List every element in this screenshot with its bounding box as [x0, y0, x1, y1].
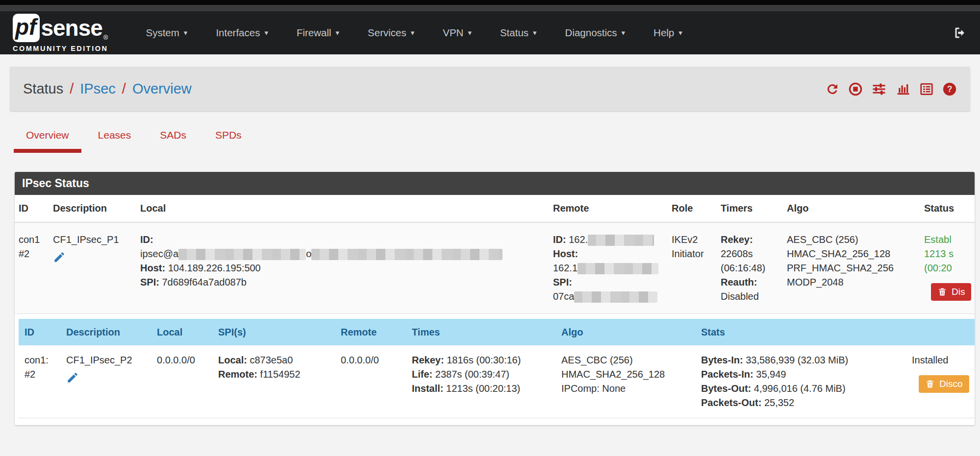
- col-description: Description: [60, 319, 151, 345]
- col-algo: Algo: [555, 319, 695, 345]
- breadcrumb-link-ipsec[interactable]: IPsec: [80, 81, 116, 97]
- col-remote: Remote: [549, 195, 668, 222]
- help-icon[interactable]: ?: [942, 82, 957, 96]
- col-timers: Timers: [717, 195, 783, 222]
- pfsense-logo[interactable]: pf sense ® COMMUNITY EDITION: [13, 14, 108, 52]
- ipsec-status-panel: IPsec Status ID Description Local Remote…: [15, 172, 975, 425]
- list-view-icon[interactable]: [919, 82, 934, 96]
- caret-down-icon: ▾: [678, 28, 682, 37]
- trash-icon: [937, 287, 947, 297]
- table-scroll-area[interactable]: ID Description Local Remote Role Timers …: [15, 195, 975, 425]
- col-spis: SPI(s): [212, 319, 335, 345]
- col-local: Local: [151, 319, 212, 345]
- nav-item-status[interactable]: Status ▾: [486, 11, 551, 54]
- caret-down-icon: ▾: [622, 28, 626, 37]
- registered-mark: ®: [103, 34, 108, 41]
- caret-down-icon: ▾: [411, 28, 415, 37]
- col-times: Times: [406, 319, 555, 345]
- redacted-blur: [178, 249, 306, 260]
- p1-role-cell: IKEv2 Initiator: [668, 222, 717, 314]
- breadcrumb-bar: Status / IPsec / Overview: [10, 67, 970, 111]
- svg-text:?: ?: [947, 84, 953, 94]
- refresh-icon[interactable]: [825, 82, 840, 96]
- breadcrumb-separator: /: [70, 81, 74, 97]
- p2-id-cell: con1: #2: [19, 345, 60, 418]
- p2-local-cell: 0.0.0.0/0: [151, 345, 212, 418]
- tab-spds[interactable]: SPDs: [203, 129, 254, 153]
- caret-down-icon: ▾: [184, 28, 188, 37]
- p1-algo-cell: AES_CBC (256) HMAC_SHA2_256_128 PRF_HMAC…: [783, 222, 920, 314]
- status-installed: Installed: [912, 355, 949, 365]
- p2-status-cell: Installed Disco: [906, 345, 975, 418]
- p2-header-row: ID Description Local SPI(s) Remote Times…: [19, 319, 975, 345]
- sign-out-icon: [954, 26, 967, 40]
- edit-pencil-icon[interactable]: [66, 371, 79, 384]
- sliders-icon[interactable]: [871, 82, 887, 96]
- p1-remote-cell: ID: 162. Host: 162.1 SPI: 07ca: [549, 222, 668, 314]
- breadcrumb-root: Status: [23, 81, 63, 97]
- col-blank: [906, 319, 975, 345]
- status-established: Establ: [924, 234, 952, 245]
- main-navbar: pf sense ® COMMUNITY EDITION System ▾ In…: [0, 11, 980, 54]
- ipsec-p1-table: ID Description Local Remote Role Timers …: [15, 195, 975, 314]
- col-local: Local: [136, 195, 549, 222]
- p2-remote-cell: 0.0.0.0/0: [335, 345, 406, 418]
- nav-item-firewall[interactable]: Firewall ▾: [282, 11, 353, 54]
- col-id: ID: [19, 319, 60, 345]
- p2-spis-cell: Local: c873e5a0 Remote: f1154952: [212, 345, 335, 418]
- col-remote: Remote: [335, 319, 406, 345]
- col-algo: Algo: [783, 195, 920, 222]
- nav-item-vpn[interactable]: VPN ▾: [428, 11, 486, 54]
- nav-menu: System ▾ Interfaces ▾ Firewall ▾ Service…: [131, 11, 696, 54]
- breadcrumb-link-overview[interactable]: Overview: [132, 81, 192, 97]
- nav-item-services[interactable]: Services ▾: [353, 11, 428, 54]
- p2-times-cell: Rekey: 1816s (00:30:16) Life: 2387s (00:…: [406, 345, 555, 418]
- breadcrumb: Status / IPsec / Overview: [23, 81, 192, 97]
- col-id: ID: [15, 195, 49, 222]
- edit-pencil-icon[interactable]: [53, 251, 66, 264]
- nav-item-interfaces[interactable]: Interfaces ▾: [201, 11, 282, 54]
- p1-disconnect-button[interactable]: Dis: [931, 283, 971, 301]
- nav-item-diagnostics[interactable]: Diagnostics ▾: [551, 11, 640, 54]
- logout-button[interactable]: [954, 26, 967, 40]
- top-black-strip: [0, 0, 980, 5]
- p2-stats-cell: Bytes-In: 33,586,939 (32.03 MiB) Packets…: [695, 345, 906, 418]
- bar-chart-icon[interactable]: [895, 82, 911, 96]
- p2-algo-cell: AES_CBC (256) HMAC_SHA2_256_128 IPComp: …: [555, 345, 695, 418]
- p2-disconnect-button[interactable]: Disco: [919, 375, 969, 393]
- p1-status-cell: Establ 1213 s (00:20 Dis: [920, 222, 975, 314]
- caret-down-icon: ▾: [468, 28, 472, 37]
- breadcrumb-separator: /: [122, 81, 126, 97]
- redacted-blur: [588, 235, 654, 246]
- p1-local-cell: ID: ipsec@ao Host: 104.189.226.195:500 S…: [136, 222, 549, 314]
- tab-sads[interactable]: SADs: [148, 129, 199, 153]
- caret-down-icon: ▾: [336, 28, 340, 37]
- p1-timers-cell: Rekey: 22608s (06:16:48) Reauth: Disable…: [717, 222, 783, 314]
- top-gray-strip: [0, 5, 980, 11]
- col-role: Role: [668, 195, 717, 222]
- stop-icon[interactable]: [848, 82, 863, 96]
- p1-row: con1 #2 CF1_IPsec_P1 ID: ipsec@ao Host: …: [15, 222, 975, 314]
- trash-icon: [925, 379, 935, 389]
- col-stats: Stats: [695, 319, 906, 345]
- p2-row: con1: #2 CF1_IPsec_P2 0.0.0.0/0 Local:: [19, 345, 975, 418]
- p2-description-cell: CF1_IPsec_P2: [60, 345, 151, 418]
- tab-overview[interactable]: Overview: [14, 129, 81, 153]
- caret-down-icon: ▾: [533, 28, 537, 37]
- p1-header-row: ID Description Local Remote Role Timers …: [15, 195, 975, 222]
- ipsec-p2-table: ID Description Local SPI(s) Remote Times…: [19, 319, 975, 418]
- p1-id-cell: con1 #2: [15, 222, 49, 314]
- sense-logo-text: sense: [41, 17, 102, 39]
- tab-leases[interactable]: Leases: [86, 129, 144, 153]
- caret-down-icon: ▾: [264, 28, 268, 37]
- nav-item-system[interactable]: System ▾: [131, 11, 201, 54]
- panel-title: IPsec Status: [15, 172, 975, 195]
- redacted-blur: [311, 249, 503, 260]
- redacted-blur: [578, 263, 658, 274]
- p1-description-cell: CF1_IPsec_P1: [49, 222, 136, 314]
- community-edition-label: COMMUNITY EDITION: [13, 45, 108, 52]
- col-status: Status: [920, 195, 975, 222]
- subnav-tabs: Overview Leases SADs SPDs: [14, 129, 980, 153]
- pf-logo-box: pf: [13, 14, 40, 42]
- nav-item-help[interactable]: Help ▾: [639, 11, 697, 54]
